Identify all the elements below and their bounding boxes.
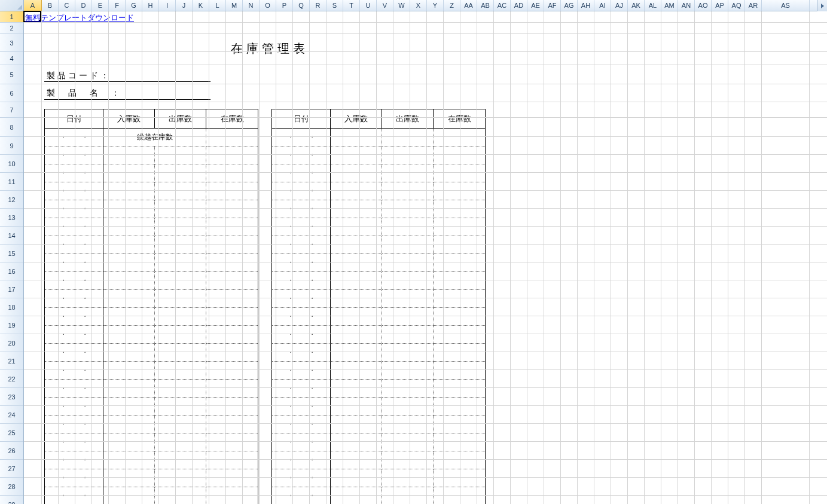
column-header-AI[interactable]: AI: [594, 0, 611, 11]
table-data-cell[interactable]: [155, 398, 206, 416]
table-data-cell[interactable]: [331, 272, 382, 290]
row-header-4[interactable]: 4: [0, 52, 23, 65]
row-header-2[interactable]: 2: [0, 23, 23, 34]
table-data-cell[interactable]: [331, 451, 382, 469]
table-date-cell[interactable]: ・ ・: [272, 146, 331, 164]
table-date-cell[interactable]: ・ ・: [45, 416, 103, 433]
row-header-6[interactable]: 6: [0, 84, 23, 102]
table-date-cell[interactable]: ・ ・: [45, 218, 103, 236]
column-header-AQ[interactable]: AQ: [728, 0, 745, 11]
table-data-cell[interactable]: [206, 272, 258, 290]
table-data-cell[interactable]: [206, 182, 258, 200]
table-data-cell[interactable]: [434, 380, 485, 398]
row-header-11[interactable]: 11: [0, 173, 23, 191]
table-data-cell[interactable]: [155, 380, 206, 398]
table-date-cell[interactable]: ・ ・: [45, 308, 103, 326]
table-date-cell[interactable]: ・ ・: [45, 236, 103, 254]
table-date-cell[interactable]: ・ ・: [272, 487, 331, 504]
row-header-24[interactable]: 24: [0, 406, 23, 424]
row-header-13[interactable]: 13: [0, 209, 23, 227]
column-header-AE[interactable]: AE: [527, 0, 544, 11]
table-date-cell[interactable]: ・ ・: [45, 182, 103, 200]
row-header-28[interactable]: 28: [0, 478, 23, 496]
table-data-cell[interactable]: [434, 129, 485, 146]
column-header-R[interactable]: R: [310, 0, 326, 11]
column-header-AA[interactable]: AA: [460, 0, 477, 11]
table-data-cell[interactable]: [434, 290, 485, 308]
table-data-cell[interactable]: [331, 218, 382, 236]
column-header-U[interactable]: U: [360, 0, 377, 11]
row-header-26[interactable]: 26: [0, 442, 23, 460]
table-data-cell[interactable]: [434, 344, 485, 362]
column-header-AS[interactable]: AS: [762, 0, 810, 11]
column-header-C[interactable]: C: [59, 0, 75, 11]
table-data-cell[interactable]: [434, 182, 485, 200]
table-data-cell[interactable]: [206, 487, 258, 504]
table-data-cell[interactable]: [155, 146, 206, 164]
table-data-cell[interactable]: [331, 164, 382, 182]
row-header-7[interactable]: 7: [0, 102, 23, 118]
table-data-cell[interactable]: [103, 254, 155, 272]
row-header-21[interactable]: 21: [0, 352, 23, 370]
column-header-T[interactable]: T: [343, 0, 360, 11]
table-data-cell[interactable]: [434, 326, 485, 344]
column-header-AN[interactable]: AN: [678, 0, 695, 11]
table-data-cell[interactable]: [206, 469, 258, 487]
row-header-3[interactable]: 3: [0, 34, 23, 52]
table-data-cell[interactable]: [155, 416, 206, 433]
table-data-cell[interactable]: [206, 362, 258, 380]
table-date-cell[interactable]: ・ ・: [45, 398, 103, 416]
table-data-cell[interactable]: [103, 272, 155, 290]
table-data-cell[interactable]: [331, 308, 382, 326]
table-data-cell[interactable]: [155, 218, 206, 236]
table-data-cell[interactable]: [103, 451, 155, 469]
row-header-12[interactable]: 12: [0, 191, 23, 209]
row-header-14[interactable]: 14: [0, 227, 23, 245]
table-data-cell[interactable]: [103, 290, 155, 308]
table-date-cell[interactable]: ・ ・: [272, 433, 331, 451]
table-data-cell[interactable]: [434, 218, 485, 236]
column-header-X[interactable]: X: [410, 0, 427, 11]
table-data-cell[interactable]: [206, 451, 258, 469]
table-data-cell[interactable]: [434, 236, 485, 254]
column-header-N[interactable]: N: [243, 0, 260, 11]
column-header-K[interactable]: K: [193, 0, 209, 11]
table-data-cell[interactable]: [155, 254, 206, 272]
row-header-19[interactable]: 19: [0, 316, 23, 334]
column-header-L[interactable]: L: [209, 0, 226, 11]
table-data-cell[interactable]: [103, 344, 155, 362]
row-header-25[interactable]: 25: [0, 424, 23, 442]
column-header-AB[interactable]: AB: [477, 0, 494, 11]
table-date-cell[interactable]: ・ ・: [45, 164, 103, 182]
table-data-cell[interactable]: [331, 433, 382, 451]
table-data-cell[interactable]: [103, 164, 155, 182]
column-header-O[interactable]: O: [260, 0, 276, 11]
table-data-cell[interactable]: [206, 398, 258, 416]
table-data-cell[interactable]: [103, 362, 155, 380]
table-data-cell[interactable]: [103, 218, 155, 236]
table-data-cell[interactable]: [103, 433, 155, 451]
column-header-AG[interactable]: AG: [561, 0, 578, 11]
table-data-cell[interactable]: [103, 182, 155, 200]
table-date-cell[interactable]: ・ ・: [45, 451, 103, 469]
column-header-AD[interactable]: AD: [511, 0, 527, 11]
column-header-E[interactable]: E: [92, 0, 109, 11]
table-data-cell[interactable]: [331, 469, 382, 487]
table-data-cell[interactable]: [206, 326, 258, 344]
table-date-cell[interactable]: ・ ・: [272, 200, 331, 218]
table-data-cell[interactable]: [155, 344, 206, 362]
column-header-AF[interactable]: AF: [544, 0, 561, 11]
table-date-cell[interactable]: ・ ・: [272, 344, 331, 362]
row-header-15[interactable]: 15: [0, 245, 23, 262]
column-header-F[interactable]: F: [109, 0, 126, 11]
row-header-29[interactable]: 29: [0, 496, 23, 504]
row-header-10[interactable]: 10: [0, 155, 23, 173]
table-data-cell[interactable]: [206, 200, 258, 218]
table-data-cell[interactable]: [155, 469, 206, 487]
column-header-M[interactable]: M: [226, 0, 243, 11]
table-stock-cell[interactable]: [206, 129, 258, 146]
column-header-AM[interactable]: AM: [661, 0, 678, 11]
row-header-20[interactable]: 20: [0, 334, 23, 352]
table-date-cell[interactable]: ・ ・: [45, 129, 103, 146]
table-data-cell[interactable]: [434, 362, 485, 380]
